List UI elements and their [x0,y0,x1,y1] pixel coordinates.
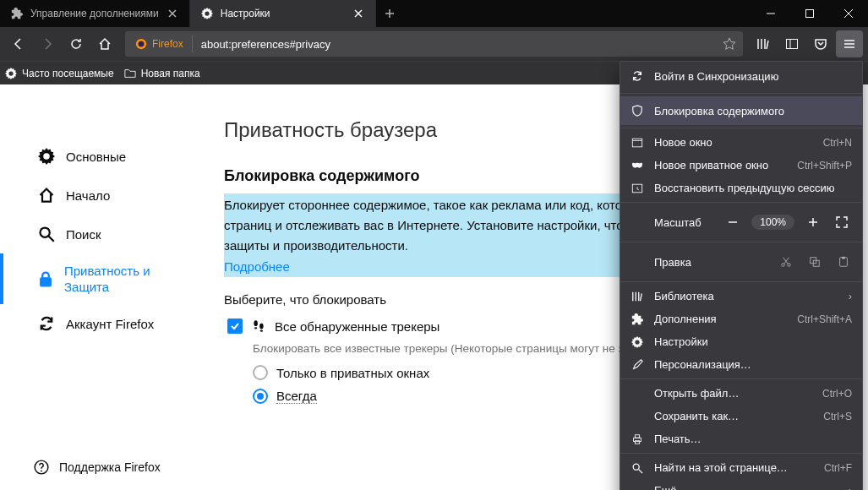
menu-sync[interactable]: Войти в Синхронизацию [620,62,862,90]
category-privacy[interactable]: Приватность и Защита [0,253,199,304]
hamburger-menu-button[interactable] [836,30,863,57]
menu-new-private-window[interactable]: Новое приватное окно Ctrl+Shift+P [620,154,862,177]
menu-restore-session[interactable]: Восстановить предыдущую сессию [620,177,862,199]
chevron-right-icon: › [849,290,852,302]
sidebar-button[interactable] [778,30,805,57]
url-text[interactable]: about:preferences#privacy [193,38,718,51]
reload-button[interactable] [63,30,90,57]
bm-label: Часто посещаемые [22,68,114,79]
zoom-out-button[interactable] [723,212,743,232]
menu-shortcut: Ctrl+O [822,388,852,400]
copy-icon[interactable] [806,256,823,268]
category-home[interactable]: Начало [0,176,199,215]
radio-label: Только в приватных окнах [276,366,429,380]
menu-label: Ещё [654,484,838,490]
checkbox-checked-icon[interactable] [227,318,243,334]
zoom-value[interactable]: 100% [751,215,794,230]
menu-settings[interactable]: Настройки [620,330,862,353]
menu-zoom: Масштаб 100% [620,205,862,239]
bm-label: Новая папка [141,68,200,79]
gear-icon [631,335,644,349]
close-icon[interactable] [352,7,365,20]
cat-label: Поиск [66,227,101,242]
menu-shortcut: Ctrl+Shift+A [797,313,852,325]
svg-point-7 [41,471,42,472]
minimize-button[interactable] [751,0,790,27]
bookmark-star-icon[interactable] [718,37,741,51]
menu-label: Блокировка содержимого [654,105,852,117]
puzzle-icon [10,7,24,20]
titlebar: Управление дополнениями Настройки [0,0,868,27]
svg-point-10 [259,324,264,329]
menu-label: Дополнения [654,313,787,325]
paintbrush-icon [631,358,644,372]
menu-addons[interactable]: Дополнения Ctrl+Shift+A [620,308,862,330]
radio-unchecked-icon[interactable] [253,365,268,380]
sync-icon [37,314,56,333]
category-search[interactable]: Поиск [0,215,199,253]
menu-open-file[interactable]: Открыть файл… Ctrl+O [620,382,862,405]
menu-label: Настройки [654,335,852,348]
menu-save-as[interactable]: Сохранить как… Ctrl+S [620,405,862,427]
category-sync[interactable]: Аккаунт Firefox [0,304,199,343]
tab-preferences[interactable]: Настройки [190,0,376,27]
menu-more[interactable]: Ещё › [620,479,862,490]
svg-rect-19 [842,257,845,259]
menu-customize[interactable]: Персонализация… [620,353,862,376]
folder-icon [124,68,136,79]
menu-new-window[interactable]: Новое окно Ctrl+N [620,131,862,154]
radio-checked-icon[interactable] [253,389,268,404]
gear-icon [37,147,56,166]
paste-icon[interactable] [835,256,852,268]
cut-icon[interactable] [778,256,794,268]
home-button[interactable] [91,30,118,57]
menu-shortcut: Ctrl+F [824,462,852,474]
window-controls [751,0,868,27]
menu-find[interactable]: Найти на этой странице… Ctrl+F [620,456,862,479]
cat-label: Основные [66,150,126,164]
chevron-right-icon: › [849,484,852,490]
svg-rect-0 [806,10,814,18]
menu-edit: Правка [620,245,862,279]
puzzle-icon [631,313,644,326]
window-icon [631,136,644,150]
tab-addons[interactable]: Управление дополнениями [0,0,190,27]
menu-print[interactable]: Печать… [620,427,862,450]
sync-icon [631,69,644,83]
svg-rect-21 [635,434,639,438]
menu-library[interactable]: Библиотека › [620,285,862,308]
most-visited[interactable]: Часто посещаемые [5,68,114,79]
svg-point-23 [633,464,639,470]
cat-label: Аккаунт Firefox [66,317,154,331]
pocket-button[interactable] [807,30,834,57]
category-general[interactable]: Основные [0,137,199,176]
url-identity[interactable]: Firefox [127,38,192,50]
forward-button[interactable] [34,30,61,57]
menu-label: Печать… [654,433,852,445]
support-label: Поддержка Firefox [59,460,161,474]
support-link[interactable]: Поддержка Firefox [34,460,161,475]
back-button[interactable] [5,30,32,57]
lock-icon [37,270,54,288]
preferences-sidebar: Основные Начало Поиск Приватность и Защи… [0,84,199,490]
zoom-label: Масштаб [631,216,714,229]
menu-content-blocking[interactable]: Блокировка содержимого [620,96,862,125]
help-icon [34,460,49,475]
bookmark-folder[interactable]: Новая папка [124,68,200,79]
footprints-icon [251,318,266,334]
svg-rect-5 [41,278,52,286]
library-button[interactable] [750,30,777,57]
close-button[interactable] [829,0,868,27]
urlbar[interactable]: Firefox about:preferences#privacy [125,31,743,57]
menu-label: Сохранить как… [654,410,813,422]
learn-more-link[interactable]: Подробнее [224,259,290,274]
zoom-in-button[interactable] [803,212,823,232]
tab-title: Настройки [221,8,345,19]
svg-point-11 [260,330,263,332]
fullscreen-button[interactable] [832,212,852,232]
maximize-button[interactable] [790,0,829,27]
menu-label: Новое окно [654,136,813,149]
new-tab-button[interactable] [376,0,403,27]
close-icon[interactable] [166,7,179,20]
gear-icon [5,68,17,79]
